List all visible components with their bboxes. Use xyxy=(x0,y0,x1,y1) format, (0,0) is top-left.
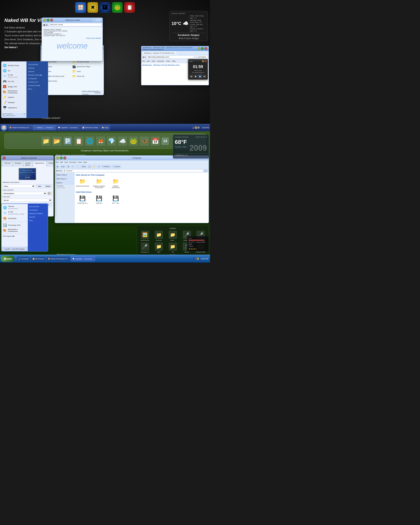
start-item-skinstudio[interactable]: 🎨 SkinStudio 6 Professional xyxy=(1,89,27,94)
right-computer[interactable]: Computer xyxy=(27,77,47,80)
comp-go[interactable]: Go xyxy=(204,169,208,173)
comp-menu-view[interactable]: View xyxy=(64,161,68,163)
taskbar-item-welcome[interactable]: 🪟 Welcome Center xyxy=(81,125,100,130)
ie7-menu-favorites[interactable]: Favorites xyxy=(157,60,164,62)
tb-delete[interactable]: 🗑 xyxy=(66,165,70,169)
rd-icon-calendar[interactable]: 📅 xyxy=(151,137,160,146)
rd-icon-ps[interactable]: 🅿️ xyxy=(63,137,72,146)
download-skins-link[interactable]: Click here to download free skins! xyxy=(19,169,36,173)
xp-right-run[interactable]: Run... xyxy=(28,219,47,222)
tb-copy[interactable]: 📋 xyxy=(75,165,80,169)
right-search[interactable]: Search xyxy=(27,70,47,73)
right-recent[interactable]: Recent Items ▶ xyxy=(27,73,47,77)
tb-properties[interactable]: ℹ xyxy=(98,165,100,169)
dp-add-button[interactable]: Add xyxy=(36,184,43,188)
start-item-email[interactable]: 📧 E-mailWindows Mail xyxy=(1,73,27,79)
start-item-firefox[interactable]: 🌐 Mozilla Firefox xyxy=(1,63,27,68)
comp-menu-favorites[interactable]: Favorites xyxy=(69,161,76,163)
stardock-docs-icon[interactable]: 📁 Stardock Design's Documents xyxy=(93,178,106,188)
forward-button[interactable]: ▶ xyxy=(46,23,48,27)
play-button[interactable]: ▶ xyxy=(198,75,202,78)
rd-icon-ie[interactable]: 🌐 xyxy=(85,137,94,146)
dp-font-select[interactable]: Normal xyxy=(3,199,52,202)
comp-address-field[interactable]: 🖥 Computer xyxy=(63,169,203,172)
rd-calendar-date[interactable]: 14 xyxy=(162,138,169,145)
xp-item-skinstudio[interactable]: 🎨 SkinStudio xyxy=(1,216,28,221)
fences-icon-stuff[interactable]: 📁 Stuff... xyxy=(167,231,178,241)
comp-close[interactable]: × xyxy=(63,156,66,159)
comp-menu-edit[interactable]: Edit xyxy=(60,161,63,163)
xp-right-computer[interactable]: Computer xyxy=(28,208,47,212)
rd-icon-bird[interactable]: 🦋 xyxy=(140,137,149,146)
fences-icon-pa[interactable]: 📁 Pa xyxy=(167,243,178,253)
xp-taskbar-mypictures[interactable]: 🖼️ My Pictures xyxy=(31,256,46,261)
comp-min[interactable]: − xyxy=(56,156,59,159)
start-search-input[interactable] xyxy=(5,115,28,117)
xp-all-programs[interactable]: All Programs ▶ xyxy=(1,234,28,238)
xp-taskbar-lightstar[interactable]: 💬 LightStar - Conversat... xyxy=(71,256,95,261)
right-documents[interactable]: Documents xyxy=(27,63,47,66)
drive-s-icon[interactable]: 💾 EXT 1 (S:) xyxy=(109,195,122,204)
shared-docs-icon[interactable]: 📁 Shared Documents xyxy=(76,178,89,188)
tb-back[interactable]: ◀ xyxy=(56,165,59,169)
right-games[interactable]: Games xyxy=(27,66,47,70)
dp-delete-button[interactable]: Delete xyxy=(44,184,52,188)
tb-folders[interactable]: 📁 xyxy=(93,165,97,169)
taskbar-item-photoshop[interactable]: 🎨 Adobe Photoshop CS... xyxy=(8,125,32,130)
dock-icon-windows[interactable]: 🪟 xyxy=(75,2,86,13)
xp-item-internet[interactable]: 🌐 InternetMozilla Firefox xyxy=(1,205,28,210)
vstyler-docs-icon[interactable]: 📁 vStyler's Documents xyxy=(109,178,122,188)
tb-up[interactable]: ▲Up xyxy=(60,165,66,169)
taskbar-item-stardock[interactable]: 🎮 Naked(...) - Stardock... xyxy=(33,125,56,130)
taskbar-item-apps[interactable]: 📁 Apps xyxy=(100,125,110,130)
xion-close[interactable]: × xyxy=(205,60,207,62)
dock-icon-frog[interactable]: 🐸 xyxy=(112,2,122,13)
tb-home[interactable]: 🏠 xyxy=(87,165,92,169)
comp-menu-tools[interactable]: Tools xyxy=(78,161,82,163)
fences-icon-wip[interactable]: 📁 WIP xyxy=(153,243,165,253)
xp-right-network[interactable]: Network Places xyxy=(28,212,47,215)
ie7-forward[interactable]: ▶ xyxy=(145,56,146,58)
start-item-pscs3[interactable]: 🎮 PS CS3 xyxy=(1,79,27,84)
rd-icon-cloud[interactable]: ☁️ xyxy=(118,137,127,146)
show-more[interactable]: → Show more details xyxy=(44,37,101,39)
dp-skin-select[interactable]: Naked xyxy=(3,185,35,188)
drive-c-icon[interactable]: 💾 Local Disk (C:) xyxy=(76,195,89,204)
maximize-button[interactable]: □ xyxy=(47,19,50,22)
next-button[interactable]: ⏭ xyxy=(203,75,206,78)
prev-button[interactable]: ⏮ xyxy=(190,75,193,78)
rd-icon-frog[interactable]: 🐸 xyxy=(129,137,138,146)
start-item-ie7[interactable]: 🌐 IE7 xyxy=(1,68,27,73)
back-button[interactable]: ◀ xyxy=(43,23,45,27)
xion-min[interactable]: − xyxy=(202,60,204,62)
xp-right-search[interactable]: Search xyxy=(28,215,47,219)
minimize-button[interactable]: − xyxy=(43,19,46,22)
ie7-tab-1[interactable]: SkinBrandz - Windows XP and Windows Vist… xyxy=(142,51,177,55)
system-tasks-title[interactable]: System Tasks ▾ xyxy=(55,173,74,177)
dp-tab-settings[interactable]: Settings xyxy=(47,161,54,167)
comp-max[interactable]: □ xyxy=(60,156,63,159)
details-title[interactable]: Details ▾ xyxy=(55,181,74,184)
xp-item-photoshop[interactable]: 🅿️ Photoshop CS3 xyxy=(1,223,28,228)
dp-tab-screensaver[interactable]: Screen Saver xyxy=(23,161,33,167)
start-item-notepad[interactable]: 📝 Notepad xyxy=(1,100,27,105)
ie7-back[interactable]: ◀ xyxy=(142,56,144,58)
xp-taskbar-photoshop[interactable]: 🎨 Adobe Photoshop CS... xyxy=(46,256,71,261)
dp-tab-desktop[interactable]: Desktop xyxy=(13,161,23,167)
xp-taskbar-computer[interactable]: 🖥️ Computer xyxy=(17,256,30,261)
ie7-menu-help[interactable]: Help xyxy=(172,60,175,62)
start-item-bridge[interactable]: 🅱 Bridge CS3 xyxy=(1,84,27,89)
start-item-objectdock[interactable]: 🖥️ ObjectDock xyxy=(1,105,27,110)
tb-cut[interactable]: ✂ xyxy=(71,165,75,169)
tb-refresh[interactable]: ↻ Refresh xyxy=(101,165,111,169)
ie7-menu-view[interactable]: View xyxy=(152,60,155,62)
tb-views[interactable]: Views xyxy=(81,165,87,169)
fences-icon-access[interactable]: 📁 Access xyxy=(153,231,165,241)
start-item-impulse[interactable]: ⚡ Impulse xyxy=(1,94,27,100)
file-item-10[interactable]: 📁 Xion2 2(I) xyxy=(72,74,102,78)
dock-icon-close[interactable]: ✖ xyxy=(87,2,98,13)
address-field[interactable]: Welcome Center xyxy=(49,23,102,26)
xp-start-button[interactable]: 🪟 start xyxy=(1,256,14,262)
dock-icon-photoshop[interactable]: 🅿 xyxy=(100,2,110,13)
taskbar-item-lightstar[interactable]: 💬 LightStar - Conversat... xyxy=(56,125,80,130)
